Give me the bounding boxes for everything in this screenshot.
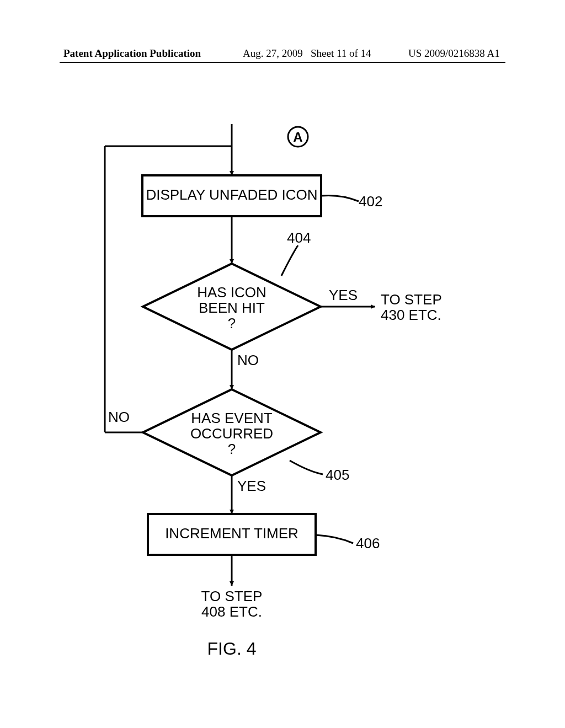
ref-405: 405 (326, 468, 359, 483)
dec-404-yes: YES (329, 288, 362, 303)
exit-l2: 408 ETC. (188, 604, 276, 619)
ref-406: 406 (356, 536, 389, 551)
dec-405-l2: OCCURRED (177, 426, 287, 441)
dec-405-l1: HAS EVENT (177, 411, 287, 426)
dec-405-l3: ? (177, 442, 287, 457)
flowchart-canvas (0, 0, 565, 728)
dec-404-l2: BEEN HIT (177, 301, 287, 315)
connector-a-label: A (293, 130, 303, 144)
exit-l1: TO STEP (188, 589, 276, 604)
dec-404-yes-t1: TO STEP (381, 292, 452, 307)
dec-404-l1: HAS ICON (177, 285, 287, 300)
ref-402: 402 (359, 194, 392, 209)
ref-404: 404 (287, 231, 320, 245)
box-406-text: INCREMENT TIMER (148, 526, 316, 541)
figure-label: FIG. 4 (188, 640, 276, 659)
dec-405-yes: YES (237, 479, 270, 494)
dec-404-yes-t2: 430 ETC. (381, 308, 452, 323)
dec-404-l3: ? (177, 316, 287, 331)
box-402-text: DISPLAY UNFADED ICON (142, 188, 321, 202)
dec-404-no: NO (237, 353, 265, 368)
dec-405-no: NO (108, 410, 138, 425)
